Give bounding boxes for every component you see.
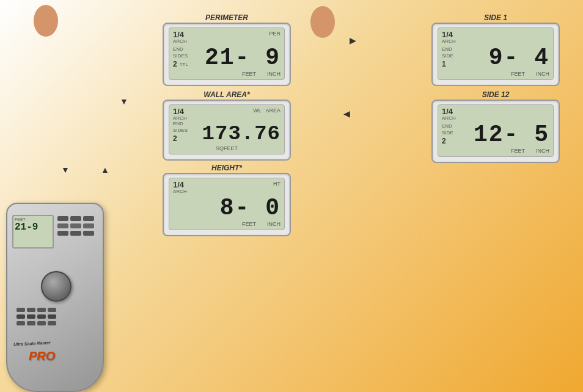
device-body: FEET 21-9 bbox=[6, 203, 104, 392]
perimeter-inch-label: INCH bbox=[267, 71, 280, 77]
side1-arch: ARCH bbox=[442, 38, 456, 44]
arrow-down-left: ▼ bbox=[120, 96, 128, 106]
side2-inch-label: INCH bbox=[536, 148, 549, 154]
oval-decoration-left bbox=[34, 5, 58, 37]
height-title: HEIGHT* bbox=[163, 164, 291, 172]
arrow-up-bottom: ▲ bbox=[101, 165, 109, 175]
wall-area-title: WALL AREA* bbox=[163, 90, 291, 99]
height-main-value: 8- 0 bbox=[173, 197, 280, 220]
wall-area-main-value: 173.76 bbox=[173, 123, 280, 144]
side1-side-value: 1 bbox=[442, 60, 446, 68]
side2-side-value: 2 bbox=[442, 137, 446, 145]
side2-feet-label: FEET bbox=[511, 148, 525, 154]
side1-end: END bbox=[442, 46, 453, 53]
device-screen-value: 21-9 bbox=[13, 222, 53, 233]
height-feet-label: FEET bbox=[242, 221, 256, 227]
perimeter-lcd: 1/4 ARCH PER END SIDES 2 TTL 21- 9 FEET … bbox=[169, 27, 285, 80]
device-circle-button[interactable] bbox=[41, 271, 72, 302]
perimeter-fraction: 1/4 bbox=[173, 31, 187, 38]
wall-area-sides-value: 2 bbox=[173, 134, 177, 143]
height-ht-label: HT bbox=[273, 181, 280, 187]
arrow-down-bottom: ▼ bbox=[61, 165, 70, 175]
side1-inch-label: INCH bbox=[536, 71, 549, 77]
side1-fraction: 1/4 bbox=[442, 31, 456, 38]
side2-main-value: 12- 5 bbox=[442, 123, 549, 147]
wall-area-fraction: 1/4 bbox=[173, 107, 187, 115]
perimeter-title: PERIMETER bbox=[163, 13, 291, 22]
device-model: PRO bbox=[29, 349, 55, 363]
side1-side-label: SIDE bbox=[442, 53, 453, 59]
perimeter-sides-value: 2 bbox=[173, 59, 177, 70]
height-lcd: 1/4 ARCH HT 8- 0 FEET INCH bbox=[169, 178, 285, 230]
device-illustration: FEET 21-9 bbox=[0, 184, 134, 392]
side2-side-label: SIDE bbox=[442, 130, 453, 136]
side1-main-value: 9- 4 bbox=[442, 46, 549, 70]
wall-area-wl-label: WL bbox=[253, 107, 261, 114]
side2-fraction: 1/4 bbox=[442, 107, 456, 115]
side1-panel: 1/4 ARCH END SIDE 1 9- 4 FEET INCH bbox=[431, 23, 560, 86]
side2-panel: 1/4 ARCH END SIDE 2 12- 5 FEET INCH bbox=[431, 100, 560, 163]
side1-lcd: 1/4 ARCH END SIDE 1 9- 4 FEET INCH bbox=[438, 27, 554, 80]
perimeter-per-label: PER bbox=[269, 31, 280, 37]
wall-area-panel: 1/4 ARCH WL AREA END SIDES 2 173.76 SQFE… bbox=[163, 100, 291, 161]
side2-end: END bbox=[442, 123, 453, 129]
perimeter-end: END bbox=[173, 46, 188, 53]
wall-area-end: END bbox=[173, 120, 188, 127]
side1-title: SIDE 1 bbox=[431, 13, 560, 22]
perimeter-panel: 1/4 ARCH PER END SIDES 2 TTL 21- 9 FEET … bbox=[163, 23, 291, 86]
oval-decoration-right bbox=[310, 6, 335, 38]
wall-area-sides-label: SIDES bbox=[173, 128, 188, 133]
side2-title: SIDE 12 bbox=[431, 90, 560, 99]
height-inch-label: INCH bbox=[267, 221, 280, 227]
perimeter-feet-label: FEET bbox=[242, 71, 256, 77]
device-brand: Ultra Scale Master bbox=[13, 340, 51, 346]
perimeter-main-value: 21- 9 bbox=[173, 46, 280, 70]
perimeter-sides-label: SIDES bbox=[173, 53, 188, 59]
arrow-left-middle: ◀ bbox=[343, 109, 350, 118]
wall-area-sqfeet-label: SQFEET bbox=[173, 145, 280, 151]
device-lower-buttons bbox=[16, 308, 56, 325]
side2-arch: ARCH bbox=[442, 115, 456, 121]
arrow-right-top: ▶ bbox=[350, 35, 356, 45]
height-panel: 1/4 ARCH HT 8- 0 FEET INCH bbox=[163, 173, 291, 236]
perimeter-ttl: TTL bbox=[180, 61, 188, 68]
height-arch: ARCH bbox=[173, 189, 187, 194]
height-fraction: 1/4 bbox=[173, 181, 187, 189]
side2-lcd: 1/4 ARCH END SIDE 2 12- 5 FEET INCH bbox=[438, 104, 554, 157]
perimeter-arch: ARCH bbox=[173, 38, 187, 44]
wall-area-area-label: AREA bbox=[265, 107, 280, 114]
device-screen: FEET 21-9 bbox=[12, 215, 54, 249]
device-side-buttons bbox=[57, 216, 94, 236]
wall-area-lcd: 1/4 ARCH WL AREA END SIDES 2 173.76 SQFE… bbox=[169, 104, 285, 154]
side1-feet-label: FEET bbox=[511, 71, 525, 77]
